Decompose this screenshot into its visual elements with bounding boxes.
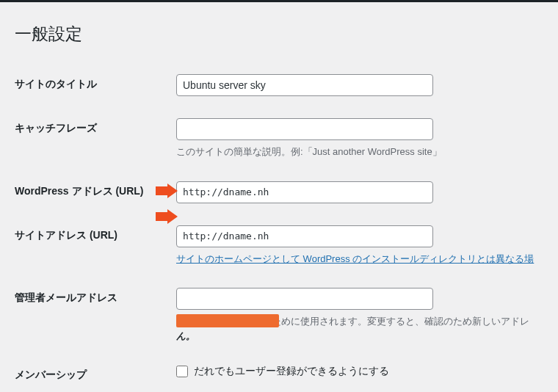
admin-email-label: 管理者メールアドレス — [15, 277, 176, 354]
settings-content: 一般設定 サイトのタイトル キャッチフレーズ このサイトの簡単な説明。例:「Ju… — [0, 2, 558, 392]
page-title: 一般設定 — [15, 23, 543, 46]
site-url-input[interactable] — [176, 225, 433, 247]
membership-checkbox-text: だれでもユーザー登録ができるようにする — [194, 365, 389, 378]
tagline-input[interactable] — [176, 118, 433, 140]
site-url-label: サイトアドレス (URL) — [15, 214, 176, 277]
redaction-overlay — [176, 314, 279, 327]
admin-email-input[interactable] — [176, 288, 433, 310]
membership-checkbox-label[interactable]: だれでもユーザー登録ができるようにする — [176, 365, 389, 378]
wp-url-input[interactable] — [176, 181, 433, 203]
tagline-label: キャッチフレーズ — [15, 107, 176, 170]
membership-checkbox[interactable] — [176, 366, 188, 377]
wp-url-label: WordPress アドレス (URL) — [15, 170, 176, 214]
site-url-help: サイトのホームページとして WordPress のインストールディレクトリとは異… — [176, 252, 543, 266]
site-title-label: サイトのタイトル — [15, 63, 176, 107]
membership-label: メンバーシップ — [15, 354, 176, 392]
site-title-input[interactable] — [176, 74, 433, 96]
tagline-description: このサイトの簡単な説明。例:「Just another WordPress si… — [176, 145, 543, 159]
settings-form-table: サイトのタイトル キャッチフレーズ このサイトの簡単な説明。例:「Just an… — [15, 63, 543, 392]
site-url-help-link[interactable]: サイトのホームページとして WordPress のインストールディレクトリとは異… — [176, 253, 534, 264]
